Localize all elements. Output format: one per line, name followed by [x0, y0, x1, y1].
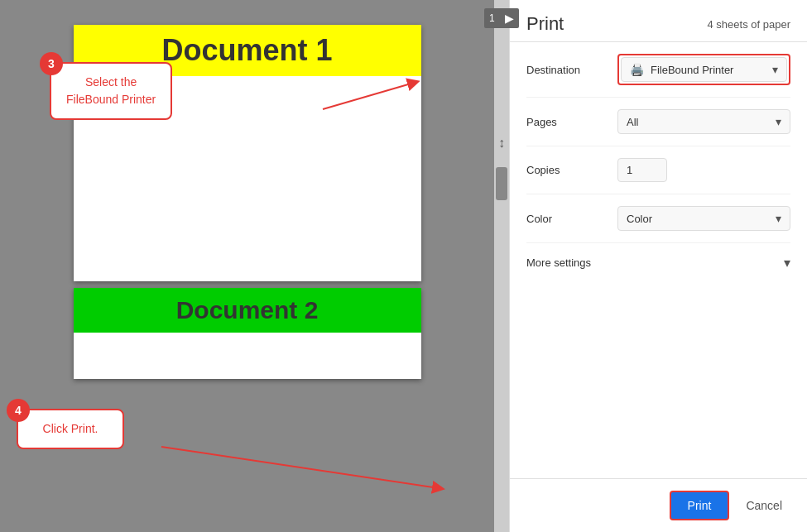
copies-label: Copies: [526, 164, 617, 176]
callout-4-text: Click Print.: [43, 422, 98, 435]
panel-body: Destination 🖨️ FileBound Printer Save as…: [510, 42, 807, 478]
color-row: Color Color Black and white ▾: [526, 194, 790, 243]
pages-control: All Custom ▾: [617, 109, 790, 134]
print-preview-area: Document 1 Document 2 3 Select the FileB…: [0, 0, 494, 532]
color-chevron-icon: ▾: [776, 212, 781, 225]
copies-input[interactable]: [617, 158, 667, 182]
print-button[interactable]: Print: [670, 491, 730, 520]
pages-label: Pages: [526, 116, 617, 128]
more-settings-chevron-icon: ▾: [784, 255, 790, 271]
print-panel: Print 4 sheets of paper Destination 🖨️ F…: [509, 0, 807, 532]
destination-row: Destination 🖨️ FileBound Printer Save as…: [526, 42, 790, 98]
page-indicator-arrow: ▶: [505, 12, 514, 25]
destination-chevron-icon: ▾: [772, 63, 778, 76]
callout-4: 4 Click Print.: [17, 409, 124, 449]
page-indicator: 1 ▶: [484, 8, 519, 28]
pages-select-wrapper[interactable]: All Custom ▾: [617, 109, 790, 134]
page-number: 1: [489, 12, 495, 24]
copies-row: Copies: [526, 146, 790, 194]
color-control: Color Black and white ▾: [617, 206, 790, 231]
pages-chevron-icon: ▾: [776, 115, 781, 128]
callout-3-line1: Select the: [85, 75, 137, 89]
destination-select-wrapper[interactable]: 🖨️ FileBound Printer Save as PDF ▾: [621, 57, 787, 82]
sheets-info: 4 sheets of paper: [708, 18, 790, 31]
copies-control: [617, 158, 790, 182]
callout-3-bubble: 3 Select the FileBound Printer: [50, 62, 172, 120]
page2-title: Document 2: [74, 288, 421, 333]
panel-header: Print 4 sheets of paper: [510, 0, 807, 42]
destination-control: 🖨️ FileBound Printer Save as PDF ▾: [617, 54, 790, 85]
cursor-icon: ↕: [498, 136, 505, 151]
callout-3: 3 Select the FileBound Printer: [50, 62, 172, 120]
callout-4-bubble: 4 Click Print.: [17, 409, 124, 449]
printer-icon: 🖨️: [630, 63, 644, 76]
destination-select[interactable]: FileBound Printer Save as PDF: [651, 64, 769, 76]
more-settings-label: More settings: [526, 256, 591, 269]
scroll-thumb[interactable]: [496, 167, 507, 200]
pages-select[interactable]: All Custom: [627, 116, 772, 128]
preview-page-2: Document 2: [74, 288, 421, 379]
panel-title: Print: [526, 13, 564, 35]
color-select-wrapper[interactable]: Color Black and white ▾: [617, 206, 790, 231]
pages-row: Pages All Custom ▾: [526, 98, 790, 146]
preview-scrollbar[interactable]: 1 ▶ ↕: [494, 0, 509, 532]
destination-label: Destination: [526, 64, 617, 76]
color-label: Color: [526, 213, 617, 225]
callout-3-line2: FileBound Printer: [66, 93, 156, 106]
step-4-circle: 4: [7, 399, 30, 422]
color-select[interactable]: Color Black and white: [627, 213, 772, 225]
panel-footer: Print Cancel: [510, 478, 807, 532]
step-3-circle: 3: [40, 52, 63, 75]
more-settings-row[interactable]: More settings ▾: [526, 243, 790, 282]
cancel-button[interactable]: Cancel: [737, 492, 790, 519]
svg-line-1: [161, 447, 439, 488]
